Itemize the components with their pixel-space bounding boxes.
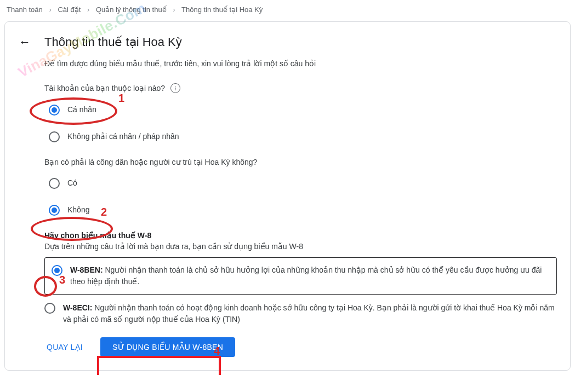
action-row: QUAY LẠI SỬ DỤNG BIỂU MẪU W-8BEN	[44, 337, 557, 357]
w8-selection: Hãy chọn biểu mẫu thuế W-8 Dựa trên nhữn…	[44, 231, 557, 325]
radio-icon[interactable]	[52, 265, 62, 276]
chevron-right-icon: ›	[49, 5, 51, 14]
radio-individual[interactable]: Cá nhân	[49, 104, 557, 116]
back-arrow-icon[interactable]: ←	[18, 35, 31, 49]
question-label: Tài khoản của bạn thuộc loại nào?	[44, 84, 165, 93]
radio-w8ben[interactable]: W-8BEN: Người nhận thanh toán là chủ sở …	[52, 264, 550, 287]
w8eci-desc: Người nhận thanh toán có hoạt động kinh …	[63, 303, 555, 324]
radio-icon[interactable]	[44, 303, 55, 314]
breadcrumb-item[interactable]: Thanh toán	[7, 5, 43, 14]
w8-heading: Hãy chọn biểu mẫu thuế W-8	[44, 231, 557, 240]
breadcrumb-item[interactable]: Quản lý thông tin thuế	[96, 5, 167, 14]
radio-label: Cá nhân	[67, 104, 96, 116]
radio-icon[interactable]	[49, 178, 60, 189]
radio-label: W-8BEN: Người nhận thanh toán là chủ sở …	[70, 264, 550, 287]
radio-icon[interactable]	[49, 131, 60, 142]
intro-text: Để tìm được đúng biểu mẫu thuế, trước ti…	[44, 59, 557, 68]
breadcrumb-item: Thông tin thuế tại Hoa Kỳ	[181, 5, 263, 14]
question-label: Bạn có phải là công dân hoặc người cư tr…	[44, 158, 257, 166]
w8-subdesc: Dựa trên những câu trả lời mà bạn đưa ra…	[44, 242, 557, 251]
chevron-right-icon: ›	[87, 5, 89, 14]
radio-label: Không	[67, 204, 89, 216]
radio-w8eci[interactable]: W-8ECI: Người nhận thanh toán có hoạt độ…	[44, 302, 557, 325]
radio-icon[interactable]	[49, 205, 60, 216]
radio-non-individual[interactable]: Không phải cá nhân / pháp nhân	[49, 131, 557, 142]
breadcrumb-item[interactable]: Cài đặt	[58, 5, 81, 14]
w8ben-desc: Người nhận thanh toán là chủ sở hữu hưởn…	[70, 266, 542, 286]
w8eci-title: W-8ECI:	[63, 303, 92, 312]
page-title: Thông tin thuế tại Hoa Kỳ	[44, 35, 182, 49]
breadcrumb: Thanh toán › Cài đặt › Quản lý thông tin…	[0, 0, 575, 19]
radio-yes[interactable]: Có	[49, 177, 557, 189]
w8ben-option-box[interactable]: W-8BEN: Người nhận thanh toán là chủ sở …	[44, 257, 557, 295]
chevron-right-icon: ›	[173, 5, 175, 14]
radio-label: W-8ECI: Người nhận thanh toán có hoạt độ…	[63, 302, 557, 325]
question-account-type: Tài khoản của bạn thuộc loại nào? i Cá n…	[44, 83, 557, 142]
question-us-person: Bạn có phải là công dân hoặc người cư tr…	[44, 158, 557, 216]
radio-label: Có	[67, 177, 77, 189]
radio-label: Không phải cá nhân / pháp nhân	[67, 131, 179, 142]
info-icon[interactable]: i	[170, 83, 180, 93]
tax-info-panel: ← Thông tin thuế tại Hoa Kỳ Để tìm được …	[4, 21, 571, 371]
use-w8ben-button[interactable]: SỬ DỤNG BIỂU MẪU W-8BEN	[100, 337, 235, 357]
back-button[interactable]: QUAY LẠI	[44, 338, 85, 356]
radio-icon[interactable]	[49, 105, 60, 116]
radio-no[interactable]: Không	[49, 204, 557, 216]
w8ben-title: W-8BEN:	[70, 266, 103, 274]
